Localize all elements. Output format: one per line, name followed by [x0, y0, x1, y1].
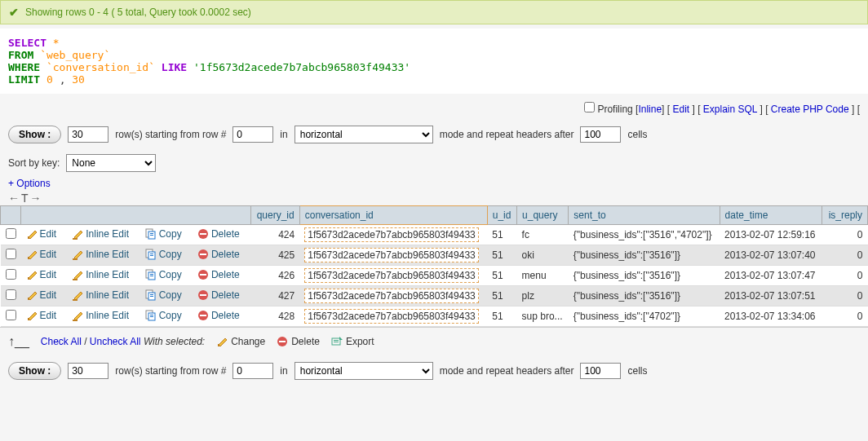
- limit-count: 30: [72, 73, 85, 86]
- copy-link[interactable]: Copy: [145, 249, 182, 260]
- kw-star: *: [53, 37, 60, 49]
- link-explain-sql[interactable]: Explain SQL: [703, 104, 757, 115]
- header-conversation-id[interactable]: conversation_id: [299, 206, 487, 225]
- row-checkbox[interactable]: [6, 249, 16, 259]
- cell-sent-to: {"business_ids":["4702"]}: [569, 306, 720, 327]
- options-toggle[interactable]: + Options: [0, 176, 868, 191]
- limit-start: 0: [46, 73, 53, 86]
- delete-link[interactable]: Delete: [197, 310, 240, 321]
- like-value: '1f5673d2acede7b7abcb965803f49433': [193, 61, 410, 73]
- minus-circle-icon: [197, 269, 209, 280]
- svg-rect-36: [150, 294, 153, 295]
- copy-link[interactable]: Copy: [145, 289, 182, 301]
- link-inline[interactable]: Inline: [638, 104, 662, 115]
- cell-is-reply: 0: [822, 306, 868, 327]
- copy-icon: [145, 289, 157, 301]
- link-edit[interactable]: Edit: [672, 104, 689, 115]
- pencil-inline-icon: [72, 269, 83, 280]
- kw-where: WHERE: [8, 61, 40, 73]
- inline-edit-link[interactable]: Inline Edit: [72, 289, 129, 301]
- kw-limit: LIMIT: [8, 73, 40, 86]
- edit-link[interactable]: Edit: [26, 310, 57, 321]
- arrow-t-icon[interactable]: T: [21, 192, 29, 205]
- rows-count-input-bottom[interactable]: [68, 363, 108, 379]
- copy-link[interactable]: Copy: [145, 269, 182, 280]
- cell-date-time: 2013-02-07 12:59:16: [720, 225, 822, 245]
- cell-u-query: plz: [517, 286, 569, 306]
- delete-selected-link[interactable]: Delete: [277, 336, 320, 347]
- profiling-checkbox[interactable]: [584, 102, 595, 112]
- cell-conversation-id: 1f5673d2acede7b7abcb965803f49433: [299, 225, 487, 245]
- pencil-inline-icon: [72, 289, 83, 301]
- header-is-reply[interactable]: is_reply: [822, 206, 868, 225]
- row-checkbox[interactable]: [6, 269, 16, 280]
- cell-sent-to: {"business_ids":["3516"]}: [569, 245, 720, 266]
- inline-edit-link[interactable]: Inline Edit: [72, 269, 129, 280]
- edit-link[interactable]: Edit: [26, 289, 57, 301]
- display-mode-select[interactable]: horizontal: [294, 126, 433, 143]
- svg-rect-6: [150, 233, 153, 234]
- cell-u-query: sup bro...: [517, 306, 569, 327]
- link-create-php[interactable]: Create PHP Code: [771, 104, 849, 115]
- arrow-left-icon[interactable]: ←: [8, 192, 20, 205]
- query-links-bar: Profiling [Inline] [ Edit ] [ Explain SQ…: [0, 98, 868, 119]
- cell-query-id: 425: [250, 245, 299, 266]
- header-u-query[interactable]: u_query: [517, 206, 569, 225]
- pencil-inline-icon: [72, 228, 83, 240]
- svg-rect-16: [150, 254, 153, 254]
- start-row-input-bottom[interactable]: [232, 363, 273, 379]
- row-checkbox[interactable]: [6, 310, 16, 320]
- show-button[interactable]: Show :: [8, 126, 61, 143]
- header-actions: [21, 206, 251, 225]
- svg-marker-51: [219, 338, 227, 346]
- edit-link[interactable]: Edit: [26, 228, 57, 240]
- export-selected-link[interactable]: Export: [331, 336, 374, 347]
- uncheck-all-link[interactable]: Uncheck All: [90, 336, 141, 347]
- success-message: Showing rows 0 - 4 ( 5 total, Query took…: [25, 7, 251, 18]
- svg-marker-32: [74, 292, 82, 300]
- svg-rect-9: [200, 233, 206, 235]
- svg-marker-1: [29, 231, 37, 239]
- header-query-id[interactable]: query_id: [250, 206, 299, 225]
- delete-link[interactable]: Delete: [197, 228, 240, 240]
- edit-link[interactable]: Edit: [26, 269, 57, 280]
- copy-icon: [145, 269, 157, 280]
- edit-link[interactable]: Edit: [26, 249, 57, 260]
- inline-edit-link[interactable]: Inline Edit: [72, 228, 129, 240]
- change-selected-link[interactable]: Change: [216, 336, 265, 347]
- cell-sent-to: {"business_ids":["3516","4702"]}: [569, 225, 720, 245]
- repeat-headers-input-bottom[interactable]: [580, 363, 621, 379]
- arrow-right-icon[interactable]: →: [30, 192, 42, 205]
- show-button-bottom[interactable]: Show :: [8, 362, 61, 380]
- row-checkbox[interactable]: [6, 289, 16, 300]
- copy-link[interactable]: Copy: [145, 228, 182, 240]
- check-all-link[interactable]: Check All: [41, 336, 82, 347]
- repeat-headers-input[interactable]: [580, 126, 621, 143]
- delete-link[interactable]: Delete: [197, 269, 240, 280]
- header-u-id[interactable]: u_id: [487, 206, 516, 225]
- table-name: `web_query`: [40, 49, 110, 61]
- pencil-inline-icon: [72, 310, 83, 321]
- mode-repeat-label: mode and repeat headers after: [440, 129, 574, 140]
- header-checkbox: [1, 206, 21, 225]
- navigation-controls-bottom: Show : row(s) starting from row # in hor…: [0, 355, 868, 386]
- pencil-icon: [26, 249, 38, 260]
- row-checkbox[interactable]: [6, 228, 16, 239]
- cells-label: cells: [627, 129, 647, 140]
- sort-key-select[interactable]: None: [66, 154, 156, 172]
- delete-link[interactable]: Delete: [197, 249, 240, 260]
- inline-edit-link[interactable]: Inline Edit: [72, 249, 129, 260]
- cell-u-id: 51: [487, 286, 516, 306]
- display-mode-select-bottom[interactable]: horizontal: [294, 362, 433, 380]
- delete-link[interactable]: Delete: [197, 289, 240, 301]
- pencil-inline-icon: [72, 249, 83, 260]
- rows-count-input[interactable]: [68, 126, 108, 143]
- svg-rect-55: [334, 340, 339, 341]
- inline-edit-link[interactable]: Inline Edit: [72, 310, 129, 321]
- copy-link[interactable]: Copy: [145, 310, 182, 321]
- start-row-input[interactable]: [232, 126, 273, 143]
- cell-date-time: 2013-02-07 13:07:40: [720, 245, 822, 266]
- header-sent-to[interactable]: sent_to: [569, 206, 720, 225]
- header-date-time[interactable]: date_time: [720, 206, 822, 225]
- svg-rect-49: [200, 315, 206, 316]
